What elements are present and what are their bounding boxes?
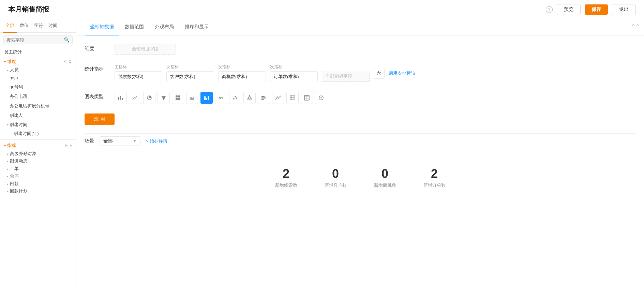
svg-rect-9: [178, 98, 180, 100]
metric-all-input[interactable]: 全部指标字段: [322, 71, 370, 82]
main-layout: 全部 数值 字符 时间 🔍 员工统计 维度 ⎘ ⚙ 人员 msn qq号码: [0, 19, 644, 288]
svg-rect-12: [206, 98, 207, 100]
chart-type-column[interactable]: [200, 92, 213, 104]
metric-secondary-2-input[interactable]: 商机数(求和): [218, 71, 266, 82]
tab-data-range[interactable]: 数据范围: [119, 19, 149, 35]
content-area: ⌃⌃ 坐标轴数据 数据范围 外观布局 排序和显示 维度 全部维度字段 统计指标 …: [76, 19, 644, 288]
svg-point-16: [235, 96, 236, 97]
search-icon: 🔍: [64, 37, 70, 43]
chart-type-area[interactable]: [186, 92, 198, 104]
scene-label: 场景: [85, 138, 94, 144]
svg-text:?: ?: [320, 96, 322, 100]
chart-type-bar[interactable]: [115, 92, 127, 104]
dimension-group-label: 维度: [4, 59, 16, 65]
app-header: 本月销售简报 ? 预览 保存 退出: [0, 0, 644, 19]
chart-type-scatter[interactable]: [229, 92, 241, 104]
metrics-add-icon[interactable]: +: [70, 143, 72, 148]
created-time-group[interactable]: 创建时间: [10, 122, 27, 128]
svg-point-17: [236, 97, 237, 99]
chart-type-pie[interactable]: [143, 92, 155, 104]
metrics-row: 统计指标 主指标 线索数(求和) 次指标 客户数(求和) 次指标 商机数(求和): [85, 64, 636, 82]
search-input[interactable]: [6, 37, 64, 43]
metrics-label: 统计指标: [85, 64, 109, 72]
sidebar-item-qq[interactable]: qq号码: [0, 82, 76, 92]
scene-value: 全部: [103, 138, 113, 144]
help-icon[interactable]: ?: [546, 6, 553, 13]
svg-point-26: [280, 96, 281, 97]
tab-sort-display[interactable]: 排序和显示: [179, 19, 214, 35]
chart-type-pivot[interactable]: [172, 92, 184, 104]
sidebar-item-office-phone[interactable]: 办公电话: [0, 92, 76, 101]
dimension-group-header[interactable]: 维度 ⎘ ⚙: [0, 57, 76, 66]
scene-select[interactable]: 全部 ▼: [100, 136, 140, 146]
apply-button[interactable]: 应 用: [85, 113, 115, 125]
sidebar-item-contract[interactable]: 合同: [0, 172, 76, 180]
tab-axis-data[interactable]: 坐标轴数据: [85, 19, 119, 35]
svg-rect-22: [261, 99, 264, 100]
metric-secondary-2: 次指标 商机数(求和): [218, 64, 266, 82]
sidebar: 全部 数值 字符 时间 🔍 员工统计 维度 ⎘ ⚙ 人员 msn qq号码: [0, 19, 76, 288]
fx-button[interactable]: fx: [374, 68, 385, 79]
sidebar-tab-number[interactable]: 数值: [17, 19, 31, 33]
dimension-settings-icon[interactable]: ⚙: [68, 59, 72, 64]
chart-type-label: 图表类型: [85, 92, 109, 100]
stat-orders-label: 新增订单数: [423, 182, 446, 188]
chart-type-line[interactable]: [129, 92, 141, 104]
metrics-link-icon[interactable]: ⎘: [65, 143, 68, 148]
stat-customers-label: 新增客户数: [325, 182, 347, 188]
metric-detail-help-icon: ?: [146, 139, 148, 144]
sidebar-item-created-time-year[interactable]: 创建时间(年): [0, 129, 76, 138]
chart-type-bar-horizontal[interactable]: [258, 92, 270, 104]
svg-rect-8: [176, 98, 178, 100]
tab-layout[interactable]: 外观布局: [149, 19, 179, 35]
sidebar-tab-string[interactable]: 字符: [31, 19, 46, 33]
metric-secondary-3-input[interactable]: 订单数(求和): [270, 71, 318, 82]
dimension-row: 维度 全部维度字段: [85, 44, 636, 55]
metric-detail-link[interactable]: ? 指标详情: [146, 138, 167, 144]
sidebar-item-payback-plan[interactable]: 回款计划: [0, 187, 76, 195]
chart-type-radar[interactable]: [243, 92, 256, 104]
sidebar-item-payback[interactable]: 回款: [0, 180, 76, 187]
stat-leads-number: 2: [275, 167, 297, 181]
chart-type-line2[interactable]: [272, 92, 284, 104]
sidebar-item-msn[interactable]: msn: [0, 74, 76, 82]
sidebar-item-follow-dynamic[interactable]: 跟进动态: [0, 157, 76, 165]
collapse-button[interactable]: ⌃⌃: [631, 23, 640, 30]
chart-type-gauge[interactable]: [215, 92, 227, 104]
stat-leads-label: 新增线索数: [275, 182, 297, 188]
svg-rect-28: [304, 95, 309, 100]
sidebar-tab-time[interactable]: 时间: [46, 19, 60, 33]
page-title: 本月销售简报: [8, 5, 49, 14]
dimension-link-icon[interactable]: ⎘: [64, 59, 66, 64]
dimension-group-actions: ⎘ ⚙: [64, 59, 72, 64]
stats-section: 2 新增线索数 0 新增客户数 0 新增商机数 2 新增订单数: [85, 153, 636, 202]
sidebar-item-creator[interactable]: 创建人: [0, 111, 76, 120]
enable-secondary-axis[interactable]: 启用次坐标轴: [389, 70, 415, 76]
scene-row: 场景 全部 ▼ ? 指标详情: [85, 133, 636, 146]
sidebar-tab-all[interactable]: 全部: [3, 19, 17, 33]
chart-type-map[interactable]: [286, 92, 299, 104]
save-button[interactable]: 保存: [585, 4, 608, 15]
metric-secondary-1-label: 次指标: [166, 64, 214, 70]
person-group-label: 人员: [10, 67, 19, 73]
chart-type-help[interactable]: ?: [315, 92, 327, 104]
sidebar-item-workorder[interactable]: 工单: [0, 165, 76, 172]
exit-button[interactable]: 退出: [612, 4, 636, 15]
tab-content: 维度 全部维度字段 统计指标 主指标 线索数(求和) 次指标 客户数(求和): [76, 35, 644, 210]
sidebar-item-office-phone-ext[interactable]: 办公电话扩展分机号: [0, 101, 76, 111]
metrics-group-header[interactable]: 指标 ⎘ +: [0, 141, 76, 150]
metric-secondary-1: 次指标 客户数(求和): [166, 64, 214, 82]
svg-point-24: [277, 96, 278, 97]
sidebar-item-advanced-field[interactable]: 高级外勤对象: [0, 150, 76, 157]
chart-type-funnel[interactable]: [158, 92, 170, 104]
svg-point-25: [278, 98, 279, 99]
metric-placeholder-label: [322, 65, 370, 70]
preview-button[interactable]: 预览: [557, 4, 581, 15]
stat-opportunities-label: 新增商机数: [374, 182, 396, 188]
person-group[interactable]: 人员: [0, 66, 76, 74]
dimension-input[interactable]: 全部维度字段: [115, 44, 176, 55]
metric-primary-input[interactable]: 线索数(求和): [115, 71, 162, 82]
chart-type-table[interactable]: [301, 92, 313, 104]
stat-leads: 2 新增线索数: [275, 167, 297, 188]
metric-secondary-1-input[interactable]: 客户数(求和): [166, 71, 214, 82]
